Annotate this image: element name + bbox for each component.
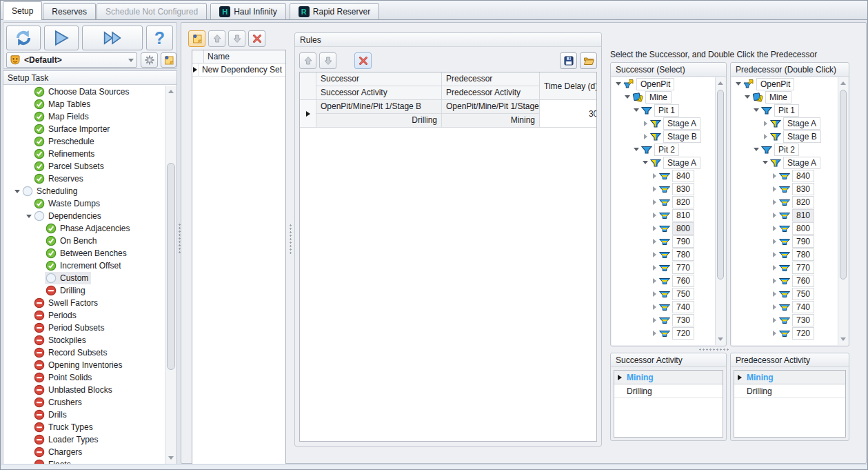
tree-node-label[interactable]: OpenPit (756, 78, 794, 90)
rule-predecessor[interactable]: OpenPit/Mine/Pit 1/Stage A (442, 100, 540, 114)
sidebar-item-point-solids[interactable]: Point Solids (3, 371, 165, 384)
sidebar-item-reserves[interactable]: Reserves (3, 173, 165, 185)
tree-node-mine[interactable]: Mine (731, 90, 838, 104)
tree-node-label[interactable]: 840 (672, 170, 694, 182)
tree-node-820[interactable]: 820 (731, 195, 838, 208)
tree-node-stage-b[interactable]: Stage B (731, 130, 838, 143)
expander-icon[interactable] (650, 304, 658, 310)
new-set-button[interactable] (188, 30, 205, 47)
tree-node-label[interactable]: 830 (792, 183, 814, 195)
sidebar-item-crushers[interactable]: Crushers (3, 396, 165, 409)
run-button[interactable] (44, 26, 79, 50)
expander-icon[interactable] (734, 82, 743, 86)
expander-icon[interactable] (650, 252, 658, 257)
expander-icon[interactable] (25, 215, 33, 218)
expander-icon[interactable] (650, 265, 658, 271)
tree-node-label[interactable]: 720 (792, 327, 814, 340)
tree-node-stage-a[interactable]: Stage A (612, 117, 715, 130)
expander-icon[interactable] (641, 161, 649, 164)
scroll-up-icon[interactable] (165, 86, 176, 97)
tree-node-750[interactable]: 750 (612, 287, 715, 300)
expander-icon[interactable] (761, 134, 769, 139)
rule-up-button[interactable] (299, 52, 316, 69)
open-button[interactable] (580, 52, 597, 69)
tree-node-label[interactable]: 810 (792, 209, 814, 222)
activity-row-mining[interactable]: Mining (614, 371, 723, 384)
sidebar-item-refinements[interactable]: Refinements (3, 148, 165, 160)
tree-node-label[interactable]: 800 (672, 222, 694, 235)
expander-icon[interactable] (632, 148, 640, 151)
sidebar-item-periods[interactable]: Periods (3, 309, 165, 322)
column-header-time-delay[interactable]: Time Delay (d) (540, 72, 597, 100)
dependency-set-name[interactable]: New Dependency Set (199, 63, 285, 76)
move-down-button[interactable] (228, 30, 245, 47)
tree-node-label[interactable]: 800 (792, 222, 814, 235)
rule-down-button[interactable] (319, 52, 336, 69)
scroll-up-icon[interactable] (716, 78, 725, 88)
expander-icon[interactable] (650, 278, 658, 284)
help-button[interactable]: ? (146, 26, 173, 50)
tree-node-label[interactable]: 740 (672, 301, 694, 313)
sidebar-item-loader-types[interactable]: Loader Types (3, 433, 165, 446)
expander-icon[interactable] (770, 265, 778, 271)
expander-icon[interactable] (650, 239, 658, 244)
scenario-select[interactable]: <Default> (6, 52, 137, 68)
tab-schedule-not-configured[interactable]: Schedule Not Configured (97, 3, 207, 19)
tree-node-label[interactable]: Pit 1 (654, 104, 679, 117)
tab-setup[interactable]: Setup (3, 1, 42, 20)
sidebar-item-unblasted-blocks[interactable]: Unblasted Blocks (3, 384, 165, 396)
expander-icon[interactable] (770, 291, 778, 297)
expander-icon[interactable] (770, 239, 778, 244)
tree-node-label[interactable]: 730 (672, 314, 694, 326)
expander-icon[interactable] (650, 173, 658, 179)
scroll-up-icon[interactable] (838, 78, 848, 88)
tree-node-720[interactable]: 720 (731, 326, 838, 340)
sidebar-item-between-benches[interactable]: Between Benches (3, 247, 165, 260)
tree-node-760[interactable]: 760 (731, 274, 838, 287)
sidebar-item-drills[interactable]: Drills (3, 409, 165, 421)
tree-node-810[interactable]: 810 (731, 208, 838, 222)
tree-node-pit-2[interactable]: Pit 2 (612, 143, 715, 156)
tree-node-830[interactable]: 830 (612, 182, 715, 195)
tree-node-800[interactable]: 800 (612, 222, 715, 235)
expander-icon[interactable] (770, 331, 778, 336)
scroll-thumb[interactable] (717, 90, 724, 280)
expander-icon[interactable] (650, 291, 658, 297)
run-all-button[interactable] (82, 26, 143, 50)
tree-node-label[interactable]: Stage B (783, 130, 821, 143)
expander-icon[interactable] (770, 186, 778, 192)
expander-icon[interactable] (770, 199, 778, 205)
tree-node-label[interactable]: 770 (672, 262, 694, 274)
expander-icon[interactable] (614, 82, 623, 86)
save-button[interactable] (560, 52, 577, 69)
activity-row-mining[interactable]: Mining (734, 371, 845, 384)
tree-node-label[interactable]: 790 (672, 235, 694, 248)
settings-button[interactable] (141, 52, 158, 68)
tree-node-740[interactable]: 740 (731, 300, 838, 313)
splitter-sets[interactable] (289, 224, 292, 255)
tree-node-840[interactable]: 840 (731, 169, 838, 182)
expander-icon[interactable] (13, 190, 21, 193)
rule-delete-button[interactable] (354, 52, 372, 69)
sidebar-item-dependencies[interactable]: Dependencies (3, 210, 165, 222)
column-header-name[interactable]: Name (204, 50, 285, 63)
sidebar-item-surface-importer[interactable]: Surface Importer (3, 123, 165, 135)
expander-icon[interactable] (650, 226, 658, 231)
tree-node-stage-a[interactable]: Stage A (731, 156, 838, 169)
tree-node-820[interactable]: 820 (612, 195, 715, 208)
column-header-successor-activity[interactable]: Successor Activity (316, 86, 442, 100)
tree-node-label[interactable]: Stage A (783, 117, 820, 130)
rule-successor-activity[interactable]: Drilling (316, 114, 442, 128)
tree-node-pit-1[interactable]: Pit 1 (731, 104, 838, 117)
sidebar-item-waste-dumps[interactable]: Waste Dumps (3, 197, 165, 210)
sidebar-item-increment-offset[interactable]: Increment Offset (3, 260, 165, 272)
sidebar-item-drilling[interactable]: Drilling (3, 284, 165, 297)
tab-rapid-reserver[interactable]: RRapid Reserver (290, 3, 379, 19)
tree-node-730[interactable]: 730 (731, 313, 838, 326)
bottom-splitter-bar[interactable] (1, 464, 867, 469)
column-header-successor[interactable]: Successor (316, 72, 442, 86)
tree-node-label[interactable]: Stage A (663, 157, 700, 169)
scroll-thumb[interactable] (167, 163, 175, 370)
expander-icon[interactable] (761, 121, 769, 126)
sidebar-item-period-subsets[interactable]: Period Subsets (3, 322, 165, 334)
